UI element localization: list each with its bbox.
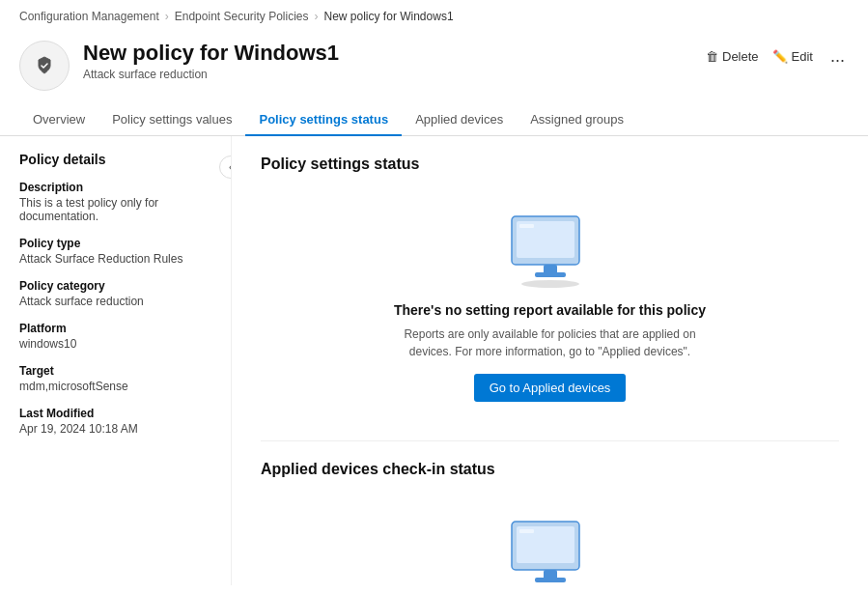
section-applied-devices: Applied devices check-in status There's …	[261, 461, 839, 585]
delete-label: Delete	[722, 49, 759, 64]
section1-empty-title: There's no setting report available for …	[394, 302, 706, 318]
detail-policy-category: Policy category Attack surface reduction	[19, 279, 211, 308]
detail-target: Target mdm,microsoftSense	[19, 364, 211, 393]
edit-icon: ✏️	[772, 49, 788, 64]
tab-overview[interactable]: Overview	[19, 104, 98, 136]
tab-policy-settings-status[interactable]: Policy settings status	[245, 104, 402, 136]
detail-policy-type-label: Policy type	[19, 237, 211, 250]
svg-rect-6	[519, 224, 534, 228]
detail-platform: Platform windows10	[19, 322, 211, 351]
tab-assigned-groups[interactable]: Assigned groups	[517, 104, 637, 136]
main-layout: ‹ Policy details Description This is a t…	[0, 136, 868, 585]
page-subtitle: Attack surface reduction	[83, 68, 339, 81]
delete-button[interactable]: 🗑 Delete	[706, 49, 759, 64]
sidebar: ‹ Policy details Description This is a t…	[0, 136, 232, 585]
breadcrumb: Configuration Management › Endpoint Secu…	[0, 0, 868, 33]
go-to-applied-devices-button[interactable]: Go to Applied devices	[474, 374, 627, 402]
svg-rect-5	[535, 272, 566, 277]
detail-description: Description This is a test policy only f…	[19, 181, 211, 223]
section2-title: Applied devices check-in status	[261, 461, 839, 478]
header-actions: 🗑 Delete ✏️ Edit ...	[706, 41, 849, 67]
breadcrumb-sep-1: ›	[165, 10, 169, 23]
page-title: New policy for Windows1	[83, 41, 339, 66]
detail-last-modified-value: Apr 19, 2024 10:18 AM	[19, 422, 211, 436]
svg-rect-12	[519, 529, 534, 533]
detail-target-value: mdm,microsoftSense	[19, 380, 211, 393]
detail-last-modified: Last Modified Apr 19, 2024 10:18 AM	[19, 407, 211, 436]
tab-bar: Overview Policy settings values Policy s…	[0, 104, 868, 136]
monitor-illustration	[502, 212, 599, 289]
content-area: Policy settings status	[232, 136, 868, 585]
section1-empty-state: There's no setting report available for …	[261, 192, 839, 431]
page-header: New policy for Windows1 Attack surface r…	[0, 33, 868, 91]
detail-policy-category-label: Policy category	[19, 279, 211, 293]
breadcrumb-item-2[interactable]: Endpoint Security Policies	[175, 10, 309, 23]
detail-last-modified-label: Last Modified	[19, 407, 211, 420]
detail-policy-category-value: Attack surface reduction	[19, 295, 211, 308]
detail-target-label: Target	[19, 364, 211, 378]
detail-platform-value: windows10	[19, 337, 211, 351]
edit-button[interactable]: ✏️ Edit	[772, 49, 813, 64]
detail-policy-type: Policy type Attack Surface Reduction Rul…	[19, 237, 211, 266]
tab-applied-devices[interactable]: Applied devices	[402, 104, 517, 136]
monitor-illustration-2	[502, 517, 599, 585]
section1-title: Policy settings status	[261, 156, 839, 173]
policy-icon	[19, 41, 70, 91]
more-button[interactable]: ...	[826, 46, 849, 67]
tab-policy-settings-values[interactable]: Policy settings values	[98, 104, 245, 136]
breadcrumb-item-1[interactable]: Configuration Management	[19, 10, 159, 23]
section-divider	[261, 440, 839, 441]
section-policy-settings-status: Policy settings status	[261, 156, 839, 431]
detail-description-value: This is a test policy only for documenta…	[19, 196, 211, 223]
breadcrumb-sep-2: ›	[315, 10, 319, 23]
breadcrumb-item-3: New policy for Windows1	[324, 10, 454, 23]
edit-label: Edit	[792, 49, 813, 64]
detail-description-label: Description	[19, 181, 211, 194]
detail-policy-type-value: Attack Surface Reduction Rules	[19, 252, 211, 266]
header-text: New policy for Windows1 Attack surface r…	[83, 41, 339, 81]
svg-rect-11	[535, 578, 566, 582]
trash-icon: 🗑	[706, 49, 718, 64]
svg-point-1	[521, 280, 579, 288]
collapse-sidebar-button[interactable]: ‹	[219, 156, 232, 179]
section1-empty-description: Reports are only available for policies …	[396, 325, 705, 360]
sidebar-title: Policy details	[19, 152, 211, 167]
detail-platform-label: Platform	[19, 322, 211, 335]
section2-empty-state: There's no device report available for t…	[261, 497, 839, 585]
